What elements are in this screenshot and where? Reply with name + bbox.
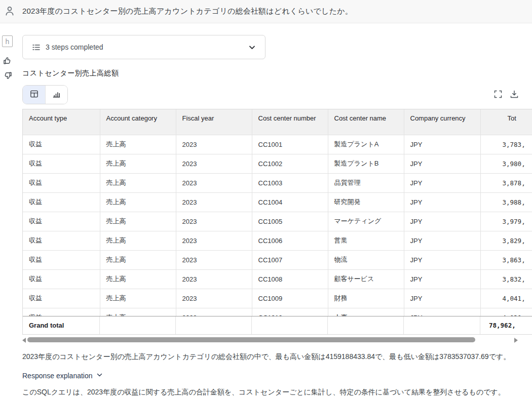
- table-cell: CC1008: [252, 269, 328, 289]
- grand-total-label: Grand total: [29, 322, 64, 329]
- table-cell: JPY: [404, 289, 480, 308]
- user-avatar-icon: [4, 6, 15, 17]
- table-cell: 収益: [23, 269, 100, 289]
- table-cell: 3,979,: [480, 212, 532, 231]
- table-row: 収益売上高2023CC1003品質管理JPY3,878,: [23, 173, 532, 192]
- download-icon[interactable]: [510, 90, 519, 99]
- table-cell: 売上高: [100, 173, 176, 192]
- table-cell: JPY: [404, 250, 480, 269]
- table-row: 収益売上高2023CC1009財務JPY4,041,: [23, 289, 532, 308]
- answer-title: コストセンター別売上高総額: [22, 69, 119, 78]
- table-view-button[interactable]: [23, 86, 45, 104]
- chart-view-button[interactable]: [45, 86, 67, 104]
- table-cell: 売上高: [100, 192, 176, 212]
- table-cell: 営業: [328, 231, 404, 250]
- table-cell: CC1006: [252, 231, 328, 250]
- column-header-0: Account type: [23, 109, 100, 135]
- table-cell: 物流: [328, 250, 404, 269]
- table-cell: 2023: [176, 212, 252, 231]
- table-cell: CC1009: [252, 289, 328, 308]
- table-cell: 売上高: [100, 231, 176, 250]
- grand-total-row: Grand total 78,962,: [23, 316, 532, 334]
- app: 2023年度のコストセンター別の売上高アカウントカテゴリの総会社額はどれくらいで…: [0, 0, 532, 398]
- table-cell: 3,829,: [480, 231, 532, 250]
- table-cell: マーケティング: [328, 212, 404, 231]
- table-body: 収益売上高2023CC1001製造プラントAJPY3,783,収益売上高2023…: [23, 135, 532, 327]
- table-cell: 売上高: [100, 135, 176, 154]
- grand-total-spacer: [404, 316, 480, 334]
- table-row: 収益売上高2023CC1006営業JPY3,829,: [23, 231, 532, 250]
- table-icon: [29, 89, 39, 100]
- table-cell: 3,863,: [480, 250, 532, 269]
- table-cell: 3,988,: [480, 192, 532, 212]
- table-cell: 売上高: [100, 212, 176, 231]
- question-bar: 2023年度のコストセンター別の売上高アカウントカテゴリの総会社額はどれくらいで…: [0, 0, 532, 23]
- column-header-5: Company currency: [404, 109, 480, 135]
- table-cell: CC1003: [252, 173, 328, 192]
- table-cell: 2023: [176, 173, 252, 192]
- explanation-text: このSQLクエリは、2023年度の収益に関する売上高の合計金額を、コストセンター…: [22, 388, 529, 397]
- grand-total-spacer: [328, 316, 404, 334]
- horizontal-scrollbar: [22, 336, 518, 343]
- scroll-right-arrow-icon[interactable]: [514, 338, 518, 343]
- table-cell: 収益: [23, 154, 100, 173]
- table-cell: JPY: [404, 154, 480, 173]
- steps-dropdown[interactable]: 3 steps completed: [22, 35, 265, 59]
- table-cell: 3,878,: [480, 173, 532, 192]
- table-header-row: Account typeAccount categoryFiscal yearC…: [23, 109, 532, 135]
- chevron-down-icon: [248, 44, 256, 51]
- table-cell: 顧客サービス: [328, 269, 404, 289]
- table-cell: CC1007: [252, 250, 328, 269]
- table-cell: JPY: [404, 192, 480, 212]
- table-cell: 2023: [176, 250, 252, 269]
- table-cell: CC1005: [252, 212, 328, 231]
- table-cell: JPY: [404, 135, 480, 154]
- table-cell: 収益: [23, 173, 100, 192]
- table-cell: 2023: [176, 231, 252, 250]
- column-header-2: Fiscal year: [176, 109, 252, 135]
- table-cell: CC1004: [252, 192, 328, 212]
- table-cell: 売上高: [100, 289, 176, 308]
- assistant-logo: h: [2, 35, 13, 47]
- table-cell: 2023: [176, 289, 252, 308]
- table-cell: JPY: [404, 269, 480, 289]
- table-cell: JPY: [404, 231, 480, 250]
- grand-total-amount-cell: 78,962,: [480, 316, 532, 334]
- table-cell: 製造プラントB: [328, 154, 404, 173]
- table-row: 収益売上高2023CC1004研究開発JPY3,988,: [23, 192, 532, 212]
- table-cell: 売上高: [100, 154, 176, 173]
- table-cell: 3,980,: [480, 154, 532, 173]
- table-cell: 収益: [23, 231, 100, 250]
- steps-label: 3 steps completed: [46, 43, 103, 51]
- thumbs-down-icon[interactable]: [3, 70, 13, 81]
- steps-list-icon: [32, 43, 41, 52]
- chevron-down-icon: [96, 372, 103, 380]
- table-cell: 2023: [176, 192, 252, 212]
- response-explanation-toggle[interactable]: Response explanation: [22, 372, 103, 380]
- scrollbar-thumb[interactable]: [27, 337, 475, 342]
- table-cell: 3,832,: [480, 269, 532, 289]
- table-cell: 収益: [23, 212, 100, 231]
- table-cell: 2023: [176, 154, 252, 173]
- column-header-4: Cost center name: [328, 109, 404, 135]
- table-row: 収益売上高2023CC1002製造プラントBJPY3,980,: [23, 154, 532, 173]
- table-cell: 製造プラントA: [328, 135, 404, 154]
- column-header-3: Cost center number: [252, 109, 328, 135]
- table-cell: 収益: [23, 135, 100, 154]
- table-cell: 財務: [328, 289, 404, 308]
- scroll-left-arrow-icon[interactable]: [22, 338, 26, 343]
- table-cell: JPY: [404, 173, 480, 192]
- grand-total-label-cell: Grand total: [23, 316, 100, 334]
- table-row: 収益売上高2023CC1001製造プラントAJPY3,783,: [23, 135, 532, 154]
- grand-total-spacer: [100, 316, 176, 334]
- table-cell: CC1002: [252, 154, 328, 173]
- table-cell: 売上高: [100, 250, 176, 269]
- thumbs-up-icon[interactable]: [3, 56, 13, 66]
- view-toggle-group: [22, 85, 68, 104]
- table-cell: 収益: [23, 250, 100, 269]
- table-cell: JPY: [404, 212, 480, 231]
- table-cell: 収益: [23, 289, 100, 308]
- user-question: 2023年度のコストセンター別の売上高アカウントカテゴリの総会社額はどれくらいで…: [22, 7, 353, 16]
- expand-icon[interactable]: [493, 90, 503, 99]
- column-header-6: Tot: [480, 109, 532, 135]
